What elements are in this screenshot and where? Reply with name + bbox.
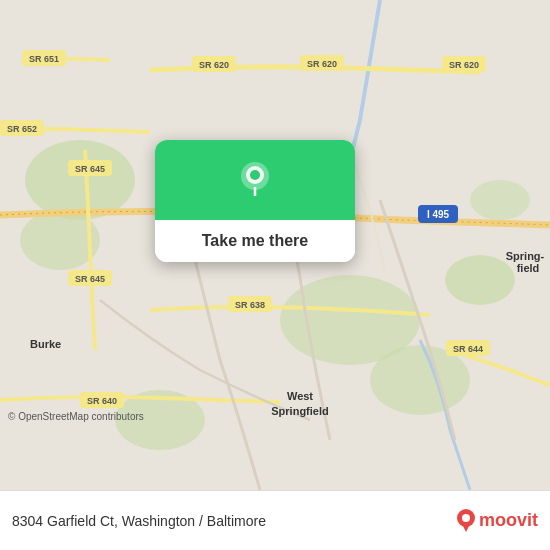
moovit-logo-text: moovit: [479, 510, 538, 531]
svg-text:Springfield: Springfield: [271, 405, 328, 417]
take-me-there-button[interactable]: Take me there: [155, 220, 355, 262]
svg-text:field: field: [517, 262, 540, 274]
svg-marker-39: [461, 522, 471, 532]
address-label: 8304 Garfield Ct, Washington / Baltimore: [12, 513, 266, 529]
svg-text:SR 640: SR 640: [87, 396, 117, 406]
location-popup: Take me there: [155, 140, 355, 262]
svg-point-37: [250, 170, 260, 180]
svg-point-1: [25, 140, 135, 220]
svg-text:SR 645: SR 645: [75, 274, 105, 284]
svg-text:SR 652: SR 652: [7, 124, 37, 134]
svg-text:SR 620: SR 620: [307, 59, 337, 69]
svg-point-6: [470, 180, 530, 220]
svg-point-5: [445, 255, 515, 305]
footer-bar: 8304 Garfield Ct, Washington / Baltimore…: [0, 490, 550, 550]
svg-text:SR 638: SR 638: [235, 300, 265, 310]
svg-text:Spring-: Spring-: [506, 250, 545, 262]
popup-header: [155, 140, 355, 220]
svg-text:West: West: [287, 390, 313, 402]
svg-text:SR 651: SR 651: [29, 54, 59, 64]
moovit-logo-icon: [455, 508, 477, 534]
svg-text:SR 620: SR 620: [199, 60, 229, 70]
location-pin-icon: [233, 158, 277, 202]
svg-text:Burke: Burke: [30, 338, 61, 350]
svg-text:SR 645: SR 645: [75, 164, 105, 174]
svg-text:SR 644: SR 644: [453, 344, 483, 354]
svg-text:I 495: I 495: [427, 209, 450, 220]
popup-tail: [245, 260, 265, 262]
map-copyright: © OpenStreetMap contributors: [8, 411, 144, 422]
moovit-logo: moovit: [455, 508, 538, 534]
svg-point-40: [462, 514, 470, 522]
svg-text:SR 620: SR 620: [449, 60, 479, 70]
